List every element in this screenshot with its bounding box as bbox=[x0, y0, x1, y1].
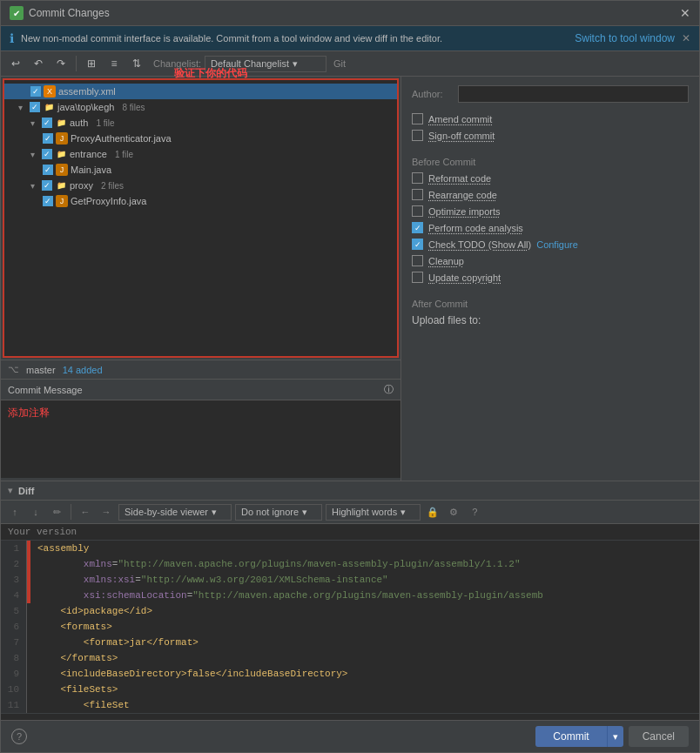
code-line-4: 4 xsi:schemaLocation="http://maven.apach… bbox=[1, 588, 699, 603]
help-button[interactable]: ? bbox=[11, 729, 27, 744]
diff-next-button[interactable]: ↓ bbox=[27, 503, 44, 521]
amend-commit-checkbox[interactable] bbox=[412, 113, 423, 124]
diff-viewer-dropdown[interactable]: Side-by-side viewer ▾ bbox=[118, 504, 232, 521]
tree-item-assembly-xml[interactable]: X assembly.xml bbox=[4, 84, 397, 99]
tree-item-main-java[interactable]: J Main.java bbox=[4, 162, 397, 178]
tree-item-auth[interactable]: ▾ 📁 auth 1 file bbox=[4, 115, 397, 131]
upload-files-label: Upload files to: bbox=[412, 314, 481, 326]
diff-highlight-dropdown[interactable]: Highlight words ▾ bbox=[326, 504, 421, 521]
cleanup-label: Cleanup bbox=[428, 256, 464, 266]
commit-message-input[interactable]: 添加注释 bbox=[1, 400, 400, 478]
commit-dropdown-button[interactable]: ▾ bbox=[607, 726, 623, 747]
amend-commit-label[interactable]: Amend commit bbox=[428, 114, 492, 124]
commit-button[interactable]: Commit bbox=[535, 726, 606, 747]
toolbar-separator-1 bbox=[76, 56, 77, 71]
diff-content[interactable]: Your version 1 <assembly 2 xmlns="http:/… bbox=[1, 524, 699, 720]
tree-item-checkbox[interactable] bbox=[42, 180, 52, 191]
optimize-imports-checkbox[interactable] bbox=[412, 205, 423, 217]
tree-item-proxy[interactable]: ▾ 📁 proxy 2 files bbox=[4, 178, 397, 193]
perform-code-analysis-checkbox[interactable] bbox=[412, 222, 423, 233]
branch-icon: ⌥ bbox=[8, 364, 19, 375]
cleanup-checkbox[interactable] bbox=[412, 255, 423, 266]
diff-prev-button[interactable]: ↑ bbox=[6, 503, 24, 521]
tree-item-label: assembly.xml bbox=[58, 86, 116, 97]
author-input[interactable] bbox=[458, 85, 689, 103]
reformat-code-row: Reformat code bbox=[412, 172, 689, 184]
info-bar: ℹ New non-modal commit interface is avai… bbox=[1, 26, 699, 51]
tree-item-checkbox[interactable] bbox=[43, 196, 53, 206]
diff-lock-button[interactable]: 🔒 bbox=[424, 503, 441, 521]
line-number: 7 bbox=[1, 635, 27, 650]
reformat-code-checkbox[interactable] bbox=[412, 172, 423, 184]
diff-ignore-dropdown[interactable]: Do not ignore ▾ bbox=[235, 504, 322, 521]
scroll-area[interactable] bbox=[1, 713, 699, 720]
diff-edit-button[interactable]: ✏ bbox=[48, 503, 65, 521]
toolbar-collapse-button[interactable]: ≡ bbox=[104, 54, 124, 73]
tree-item-label: ProxyAuthenticator.java bbox=[71, 133, 172, 144]
changelist-value: Default Changelist bbox=[211, 58, 289, 69]
java-file-icon: J bbox=[56, 164, 68, 176]
diff-settings-button[interactable]: ⚙ bbox=[445, 503, 462, 521]
line-content: <id>package</id> bbox=[30, 603, 152, 619]
tree-item-checkbox[interactable] bbox=[42, 118, 52, 128]
diff-forward-button[interactable]: → bbox=[98, 503, 115, 521]
folder-icon: 📁 bbox=[43, 101, 55, 113]
window-close-button[interactable]: ✕ bbox=[680, 6, 690, 20]
update-copyright-checkbox[interactable] bbox=[412, 272, 423, 283]
diff-expand-arrow[interactable]: ▾ bbox=[8, 485, 13, 496]
info-text: New non-modal commit interface is availa… bbox=[21, 33, 568, 44]
branch-name: master bbox=[26, 365, 56, 375]
cancel-button[interactable]: Cancel bbox=[629, 726, 689, 747]
diff-ignore-value: Do not ignore bbox=[241, 507, 299, 517]
signoff-commit-row: Sign-off commit bbox=[412, 130, 689, 141]
toolbar-redo-button[interactable]: ↷ bbox=[51, 54, 71, 73]
main-window: ✔ Commit Changes ✕ ℹ New non-modal commi… bbox=[0, 0, 700, 753]
code-line-2: 2 xmlns="http://maven.apache.org/plugins… bbox=[1, 556, 699, 572]
expand-arrow: ▾ bbox=[18, 103, 27, 112]
configure-link[interactable]: Configure bbox=[536, 239, 578, 250]
diff-your-version-label: Your version bbox=[1, 524, 699, 541]
toolbar-refresh-button[interactable]: ↩ bbox=[6, 54, 25, 73]
changelist-dropdown[interactable]: Default Changelist ▾ bbox=[205, 56, 326, 72]
check-todo-checkbox[interactable] bbox=[412, 239, 423, 250]
code-lines: 1 <assembly 2 xmlns="http://maven.apache… bbox=[1, 541, 699, 713]
diff-section: ▾ Diff ↑ ↓ ✏ ← → Side-by-side viewer ▾ D… bbox=[1, 481, 699, 720]
tree-item-checkbox[interactable] bbox=[30, 86, 41, 97]
toolbar-expand-button[interactable]: ⊞ bbox=[82, 54, 101, 73]
upload-files-row: Upload files to: bbox=[412, 314, 689, 326]
switch-to-tool-window-link[interactable]: Switch to tool window bbox=[575, 32, 675, 44]
tree-item-get-proxy-info[interactable]: J GetProxyInfo.java bbox=[4, 193, 397, 209]
tree-item-checkbox[interactable] bbox=[42, 149, 52, 159]
toolbar-undo-button[interactable]: ↶ bbox=[29, 54, 48, 73]
info-bar-close-button[interactable]: ✕ bbox=[682, 32, 690, 44]
line-number: 10 bbox=[1, 682, 27, 697]
rearrange-code-checkbox[interactable] bbox=[412, 189, 423, 200]
tree-item-checkbox[interactable] bbox=[43, 133, 53, 144]
tree-item-label: java\top\kegh bbox=[57, 102, 114, 112]
tree-item-proxy-authenticator[interactable]: J ProxyAuthenticator.java bbox=[4, 131, 397, 146]
diff-viewer-arrow: ▾ bbox=[212, 507, 217, 518]
update-copyright-row: Update copyright bbox=[412, 272, 689, 283]
tree-item-java-top-kegh[interactable]: ▾ 📁 java\top\kegh 8 files bbox=[4, 99, 397, 115]
signoff-commit-label[interactable]: Sign-off commit bbox=[428, 131, 495, 141]
tree-item-suffix: 2 files bbox=[101, 181, 124, 191]
author-row: Author: bbox=[412, 85, 689, 103]
signoff-commit-checkbox[interactable] bbox=[412, 130, 423, 141]
main-content: X assembly.xml ▾ 📁 java\top\kegh 8 files… bbox=[1, 77, 699, 481]
tree-item-checkbox[interactable] bbox=[30, 102, 40, 112]
diff-help-button[interactable]: ? bbox=[466, 503, 483, 521]
update-copyright-label: Update copyright bbox=[428, 272, 501, 283]
code-line-9: 9 <includeBaseDirectory>false</includeBa… bbox=[1, 666, 699, 682]
diff-back-button[interactable]: ← bbox=[77, 503, 94, 521]
reformat-code-label: Reformat code bbox=[428, 173, 491, 184]
line-number: 2 bbox=[1, 556, 27, 572]
toolbar-sort-button[interactable]: ⇅ bbox=[127, 54, 146, 73]
tree-item-checkbox[interactable] bbox=[43, 165, 53, 175]
commit-message-label: Commit Message bbox=[8, 385, 83, 395]
code-line-5: 5 <id>package</id> bbox=[1, 603, 699, 619]
file-tree[interactable]: X assembly.xml ▾ 📁 java\top\kegh 8 files… bbox=[3, 78, 399, 358]
commit-message-info-icon[interactable]: ⓘ bbox=[384, 383, 394, 396]
line-number: 5 bbox=[1, 603, 27, 619]
line-content: xmlns="http://maven.apache.org/plugins/m… bbox=[30, 556, 521, 572]
tree-item-entrance[interactable]: ▾ 📁 entrance 1 file bbox=[4, 146, 397, 162]
